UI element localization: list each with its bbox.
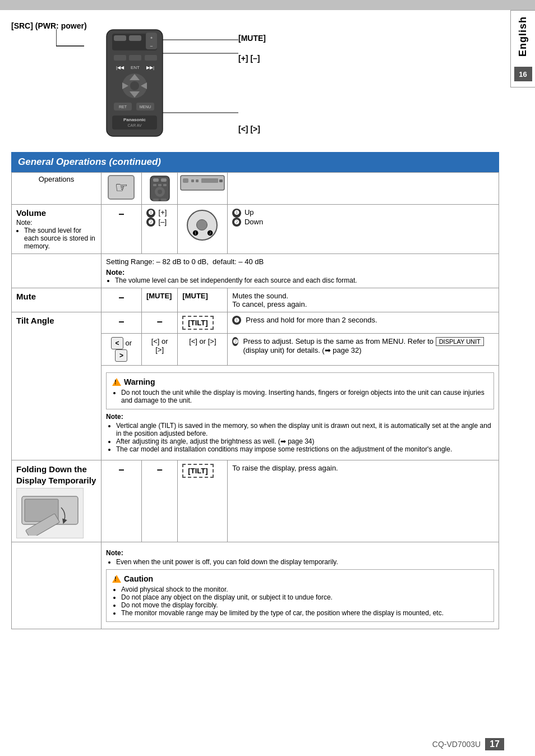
- volume-note-label: Note:: [16, 219, 96, 227]
- table-row-volume-note: Setting Range: – 82 dB to 0 dB, default:…: [12, 254, 499, 288]
- svg-rect-42: [183, 178, 188, 183]
- tilt-button: [TILT]: [182, 316, 213, 330]
- caution-triangle-icon: [112, 575, 121, 583]
- folding-caution-box: Caution Avoid physical shock to the moni…: [106, 569, 494, 622]
- volume-note-spacer: [12, 254, 102, 288]
- tilt-col3-upper: –: [141, 312, 177, 334]
- operations-table: Operations ☞: [11, 172, 499, 629]
- remote-mini-icon: [149, 175, 170, 202]
- volume-notes: The sound level for each source is store…: [24, 227, 96, 250]
- tilt-label: Tilt Angle: [16, 316, 54, 325]
- tilt-note-list: Vertical angle (TILT) is saved in the me…: [116, 422, 494, 453]
- folding-tilt-button: [TILT]: [182, 464, 213, 478]
- touch-icon: ☞: [108, 175, 135, 200]
- tilt-col4-upper: [TILT]: [178, 312, 228, 334]
- tilt-step2-text: Press to adjust. Setup is the same as fr…: [243, 337, 494, 354]
- tilt-right-btn: >: [115, 349, 127, 362]
- src-label-area: [SRC] (PWR: power): [11, 21, 87, 30]
- dial-num-2: ❷: [207, 229, 213, 237]
- tilt-step1: ❶ Press and hold for more than 2 seconds…: [232, 316, 494, 325]
- num-up-1: ❶: [232, 209, 241, 218]
- operations-label: Operations: [39, 175, 75, 183]
- tilt-warning-list: Do not touch the unit while the display …: [121, 389, 488, 404]
- display-unit-box: DISPLAY UNIT: [436, 337, 484, 346]
- vol-down: ❷ Down: [232, 218, 494, 227]
- remote-right-labels: [MUTE] [+] [–] [<] [>]: [238, 34, 266, 133]
- svg-rect-4: [114, 35, 126, 41]
- table-row-volume: Volume Note: The sound level for each so…: [12, 205, 499, 254]
- folding-notes-spacer: [12, 542, 102, 629]
- col-header-operations: Operations: [12, 173, 102, 205]
- arrows-label: [<] [>]: [238, 125, 266, 133]
- volume-minus: ❷ [–]: [146, 218, 173, 227]
- table-header-row: Operations ☞: [12, 173, 499, 205]
- page-number-box: 16: [514, 67, 532, 81]
- svg-text:+: +: [150, 36, 153, 40]
- svg-rect-32: [153, 178, 159, 182]
- tilt-step1-text: Press and hold for more than 2 seconds.: [246, 316, 377, 324]
- num-down-2: ❷: [232, 218, 241, 227]
- remote-section: [SRC] (PWR: power) + –: [11, 21, 499, 146]
- src-arrow: [56, 29, 101, 57]
- bottom-bar: CQ-VD7003U 17: [432, 738, 504, 750]
- language-label: English: [517, 16, 529, 57]
- tilt-col4-lower: [<] or [>]: [178, 334, 228, 366]
- svg-rect-11: [145, 55, 157, 61]
- svg-rect-5: [129, 35, 141, 41]
- vol-up: ❶ Up: [232, 208, 494, 218]
- folding-notes-cell: Note: Even when the unit power is off, y…: [102, 542, 499, 629]
- remote-svg: + – |◀◀ ENT ▶▶| RET: [98, 27, 171, 145]
- svg-text:Panasonic: Panasonic: [123, 117, 146, 122]
- tilt-note-2: After adjusting its angle, adjust the br…: [116, 437, 494, 445]
- svg-rect-10: [129, 55, 141, 61]
- col-header-frontpanel: [178, 173, 228, 205]
- tilt-warning-cell: Warning Do not touch the unit while the …: [102, 366, 499, 460]
- mute-desc-1: Mutes the sound.: [232, 292, 494, 300]
- svg-text:RET: RET: [119, 105, 127, 109]
- svg-point-20: [130, 81, 139, 90]
- volume-note2-list: The volume level can be set independentl…: [115, 276, 494, 284]
- mute-col2: –: [102, 288, 142, 312]
- volume-note2-label: Note:: [106, 268, 124, 276]
- remote-illustration: + – |◀◀ ENT ▶▶| RET: [98, 27, 171, 146]
- mute-col5: Mutes the sound. To cancel, press again.: [228, 288, 499, 312]
- col-header-remote: [141, 173, 177, 205]
- tilt-left-btn: <: [111, 337, 123, 349]
- svg-rect-33: [161, 178, 167, 182]
- dial-outer: ❷ ❶: [187, 210, 218, 241]
- svg-rect-35: [158, 184, 162, 186]
- volume-label: Volume: [16, 208, 46, 218]
- volume-note2: Note: The volume level can be set indepe…: [106, 268, 494, 284]
- col-header-touch: ☞: [102, 173, 142, 205]
- table-row-mute: Mute – [MUTE] [MUTE] Mutes the sound. To…: [12, 288, 499, 312]
- volume-setting-range: Setting Range: – 82 dB to 0 dB, default:…: [106, 257, 494, 266]
- folding-note-section: Note: Even when the unit power is off, y…: [106, 549, 494, 566]
- volume-col3: ❶ [+] ❷ [–]: [141, 205, 177, 254]
- touch-icon-container: ☞: [104, 175, 139, 200]
- svg-text:–: –: [150, 43, 153, 48]
- tilt-note-1: Vertical angle (TILT) is saved in the me…: [116, 422, 494, 437]
- folding-col4: [TILT]: [178, 460, 228, 542]
- mute-label: [MUTE]: [238, 34, 266, 43]
- svg-rect-45: [201, 178, 218, 183]
- caution-item3: Do not move the display forcibly.: [121, 601, 488, 609]
- dial-num-1: ❶: [192, 229, 199, 237]
- plus-minus-label: [+] [–]: [238, 54, 266, 63]
- tilt-note-title: Note:: [106, 413, 123, 421]
- caution-title-text: Caution: [124, 574, 153, 583]
- tilt-col2-upper: –: [102, 312, 142, 334]
- tilt-warning-item1: Do not touch the unit while the display …: [121, 389, 488, 404]
- mute-col3: [MUTE]: [141, 288, 177, 312]
- folding-col2: –: [102, 460, 142, 542]
- mute-label: Mute: [16, 292, 36, 301]
- tilt-note-section: Note: Vertical angle (TILT) is saved in …: [106, 413, 494, 453]
- remote-mini-icon-container: [144, 175, 175, 202]
- svg-text:CAR AV: CAR AV: [127, 123, 141, 127]
- svg-rect-40: [161, 199, 167, 201]
- page-number-bottom: 17: [485, 738, 504, 750]
- svg-rect-44: [196, 179, 199, 182]
- tilt-step2-num: ❷: [232, 337, 238, 346]
- folding-svg: [19, 491, 81, 536]
- num-1: ❶: [146, 209, 155, 218]
- mute-feature-cell: Mute: [12, 288, 102, 312]
